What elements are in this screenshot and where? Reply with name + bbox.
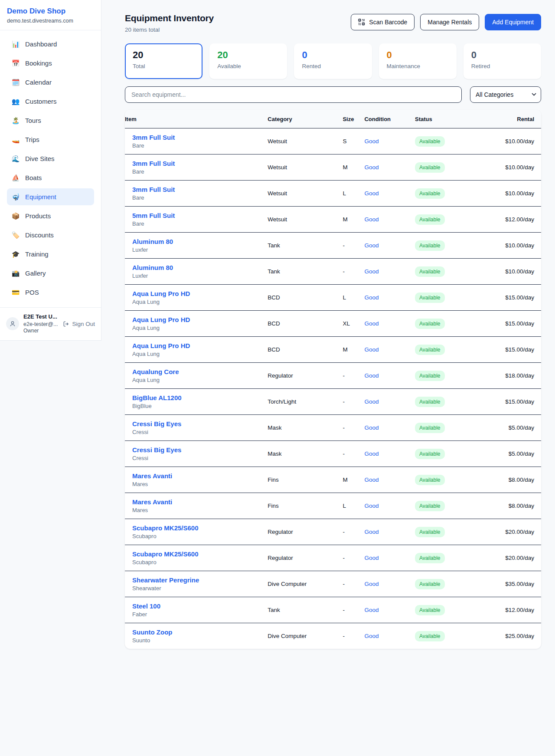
category-cell: Wetsuit <box>268 181 343 207</box>
table-row[interactable]: 3mm Full Suit Bare Wetsuit L Good Availa… <box>125 181 541 207</box>
table-row[interactable]: BigBlue AL1200 BigBlue Torch/Light - Goo… <box>125 389 541 415</box>
scan-barcode-button[interactable]: Scan Barcode <box>351 14 415 30</box>
table-row[interactable]: Aqua Lung Pro HD Aqua Lung BCD XL Good A… <box>125 311 541 337</box>
status-badge: Available <box>415 136 444 147</box>
sidebar-item[interactable]: 🤿 Equipment <box>7 188 94 205</box>
condition-link[interactable]: Good <box>364 389 415 415</box>
condition-link[interactable]: Good <box>364 233 415 259</box>
sidebar-item[interactable]: 🏷️ Discounts <box>7 227 94 243</box>
table-row[interactable]: Aqualung Core Aqua Lung Regulator - Good… <box>125 363 541 389</box>
item-name-link[interactable]: 3mm Full Suit <box>132 134 268 141</box>
item-name-link[interactable]: Cressi Big Eyes <box>132 446 268 454</box>
item-brand: Bare <box>132 168 268 175</box>
item-name-link[interactable]: Shearwater Peregrine <box>132 576 268 584</box>
condition-link[interactable]: Good <box>364 597 415 623</box>
condition-link[interactable]: Good <box>364 571 415 597</box>
search-input[interactable] <box>125 86 462 103</box>
item-name-link[interactable]: Mares Avanti <box>132 498 268 506</box>
condition-link[interactable]: Good <box>364 337 415 363</box>
table-row[interactable]: Aqua Lung Pro HD Aqua Lung BCD L Good Av… <box>125 285 541 311</box>
condition-link[interactable]: Good <box>364 519 415 545</box>
status-cell: Available <box>415 181 472 207</box>
item-name-link[interactable]: Suunto Zoop <box>132 628 268 636</box>
sidebar-item[interactable]: 📦 Products <box>7 207 94 224</box>
manage-rentals-button[interactable]: Manage Rentals <box>420 14 479 30</box>
table-row[interactable]: Steel 100 Faber Tank - Good Available $1… <box>125 597 541 623</box>
item-name-link[interactable]: Aqua Lung Pro HD <box>132 290 268 297</box>
condition-link[interactable]: Good <box>364 363 415 389</box>
table-row[interactable]: Cressi Big Eyes Cressi Mask - Good Avail… <box>125 415 541 441</box>
item-brand: Suunto <box>132 637 268 644</box>
size-cell: - <box>343 389 364 415</box>
sidebar-item[interactable]: 🏝️ Tours <box>7 112 94 129</box>
add-equipment-button[interactable]: Add Equipment <box>485 14 541 30</box>
condition-link[interactable]: Good <box>364 415 415 441</box>
item-name-link[interactable]: Aluminum 80 <box>132 264 268 271</box>
table-row[interactable]: Mares Avanti Mares Fins L Good Available… <box>125 493 541 519</box>
condition-link[interactable]: Good <box>364 441 415 467</box>
category-select[interactable]: All Categories <box>470 86 541 103</box>
condition-link[interactable]: Good <box>364 207 415 233</box>
condition-link[interactable]: Good <box>364 623 415 649</box>
sidebar-item-icon: 🚤 <box>11 136 20 144</box>
table-row[interactable]: Suunto Zoop Suunto Dive Computer - Good … <box>125 623 541 649</box>
sidebar-item[interactable]: 💳 POS <box>7 284 94 301</box>
item-name-link[interactable]: Mares Avanti <box>132 472 268 480</box>
size-cell: L <box>343 493 364 519</box>
sidebar-item[interactable]: 👥 Customers <box>7 93 94 110</box>
sidebar-item[interactable]: 📅 Bookings <box>7 55 94 72</box>
table-row[interactable]: Aluminum 80 Luxfer Tank - Good Available… <box>125 233 541 259</box>
category-cell: BCD <box>268 285 343 311</box>
sidebar-item[interactable]: ⛵ Boats <box>7 169 94 186</box>
table-row[interactable]: Shearwater Peregrine Shearwater Dive Com… <box>125 571 541 597</box>
page-subtitle: 20 items total <box>125 26 214 33</box>
sidebar-item[interactable]: 🗓️ Calendar <box>7 74 94 91</box>
condition-link[interactable]: Good <box>364 181 415 207</box>
sidebar-item[interactable]: 🌊 Dive Sites <box>7 150 94 167</box>
condition-link[interactable]: Good <box>364 259 415 285</box>
table-row[interactable]: Aqua Lung Pro HD Aqua Lung BCD M Good Av… <box>125 337 541 363</box>
item-name-link[interactable]: 5mm Full Suit <box>132 212 268 219</box>
condition-link[interactable]: Good <box>364 154 415 181</box>
sidebar-item[interactable]: 📸 Gallery <box>7 265 94 282</box>
table-row[interactable]: Cressi Big Eyes Cressi Mask - Good Avail… <box>125 441 541 467</box>
item-name-link[interactable]: 3mm Full Suit <box>132 186 268 193</box>
stat-card[interactable]: 0 Retired <box>464 43 541 79</box>
table-row[interactable]: Aluminum 80 Luxfer Tank - Good Available… <box>125 259 541 285</box>
item-name-link[interactable]: Scubapro MK25/S600 <box>132 550 268 558</box>
item-name-link[interactable]: Steel 100 <box>132 602 268 610</box>
sign-out-button[interactable]: Sign Out <box>63 321 95 327</box>
sidebar-item[interactable]: 🎓 Training <box>7 246 94 263</box>
table-row[interactable]: Scubapro MK25/S600 Scubapro Regulator - … <box>125 545 541 571</box>
item-name-link[interactable]: Aqualung Core <box>132 368 268 375</box>
stat-card[interactable]: 0 Maintenance <box>379 43 457 79</box>
condition-link[interactable]: Good <box>364 285 415 311</box>
condition-link[interactable]: Good <box>364 128 415 154</box>
condition-link[interactable]: Good <box>364 545 415 571</box>
table-row[interactable]: Mares Avanti Mares Fins M Good Available… <box>125 467 541 493</box>
item-cell: Shearwater Peregrine Shearwater <box>125 571 268 597</box>
table-row[interactable]: Scubapro MK25/S600 Scubapro Regulator - … <box>125 519 541 545</box>
stat-card[interactable]: 20 Available <box>209 43 287 79</box>
sidebar-item[interactable]: 🚤 Trips <box>7 131 94 148</box>
stat-card[interactable]: 20 Total <box>125 43 202 79</box>
status-badge: Available <box>415 449 444 459</box>
table-row[interactable]: 3mm Full Suit Bare Wetsuit S Good Availa… <box>125 128 541 154</box>
item-name-link[interactable]: 3mm Full Suit <box>132 160 268 167</box>
sign-out-label: Sign Out <box>72 321 95 327</box>
sidebar-item[interactable]: 📊 Dashboard <box>7 36 94 53</box>
item-name-link[interactable]: Cressi Big Eyes <box>132 420 268 427</box>
condition-link[interactable]: Good <box>364 311 415 337</box>
item-name-link[interactable]: Scubapro MK25/S600 <box>132 524 268 532</box>
stat-card[interactable]: 0 Rented <box>294 43 372 79</box>
item-name-link[interactable]: BigBlue AL1200 <box>132 394 268 401</box>
table-row[interactable]: 5mm Full Suit Bare Wetsuit M Good Availa… <box>125 207 541 233</box>
condition-link[interactable]: Good <box>364 493 415 519</box>
table-column-header: Rental <box>472 110 541 128</box>
table-row[interactable]: 3mm Full Suit Bare Wetsuit M Good Availa… <box>125 154 541 181</box>
item-name-link[interactable]: Aqua Lung Pro HD <box>132 342 268 349</box>
item-name-link[interactable]: Aluminum 80 <box>132 238 268 245</box>
item-name-link[interactable]: Aqua Lung Pro HD <box>132 316 268 323</box>
condition-link[interactable]: Good <box>364 467 415 493</box>
size-cell: - <box>343 441 364 467</box>
